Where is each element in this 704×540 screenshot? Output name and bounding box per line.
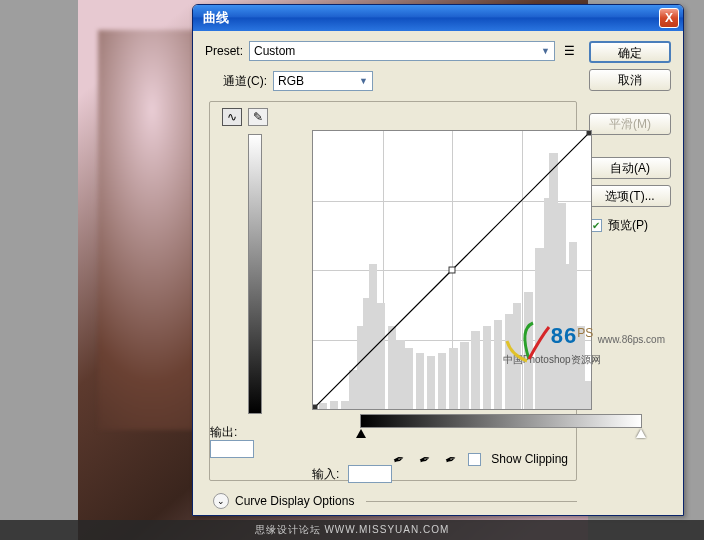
curve-display-options-label: Curve Display Options xyxy=(235,494,354,508)
pencil-icon: ✎ xyxy=(253,110,263,124)
chevron-down-icon: ▼ xyxy=(359,76,368,86)
show-clipping-checkbox[interactable] xyxy=(468,453,481,466)
close-icon: X xyxy=(665,11,673,25)
cancel-button[interactable]: 取消 xyxy=(589,69,671,91)
dialog-content: Preset: Custom ▼ ☰ 通道(C): RGB ▼ ∿ ✎ xyxy=(193,31,683,515)
white-point-eyedropper-icon[interactable]: ✒ xyxy=(440,447,463,470)
button-column: 确定 取消 平滑(M) 自动(A) 选项(T)... ✔ 预览(P) xyxy=(589,41,671,505)
curve-fieldset: ∿ ✎ xyxy=(209,101,577,481)
gray-point-eyedropper-icon[interactable]: ✒ xyxy=(414,447,437,470)
chevron-down-icon: ▼ xyxy=(541,46,550,56)
dialog-title: 曲线 xyxy=(203,9,659,27)
curve-line xyxy=(313,131,591,409)
curve-tool-row: ∿ ✎ xyxy=(222,108,268,126)
channel-value: RGB xyxy=(278,74,304,88)
dialog-titlebar[interactable]: 曲线 X xyxy=(193,5,683,31)
footer-credit: 思缘设计论坛 WWW.MISSYUAN.COM xyxy=(0,520,704,540)
expand-toggle[interactable]: ⌄ xyxy=(213,493,229,509)
point-curve-tool[interactable]: ∿ xyxy=(222,108,242,126)
output-label: 输出: xyxy=(210,424,237,441)
preview-row: ✔ 预览(P) xyxy=(589,217,671,234)
input-label: 输入: xyxy=(312,466,339,483)
curve-point-shadow[interactable] xyxy=(313,405,317,409)
preset-menu-icon[interactable]: ☰ xyxy=(561,44,577,58)
pencil-curve-tool[interactable]: ✎ xyxy=(248,108,268,126)
preset-value: Custom xyxy=(254,44,295,58)
channel-select[interactable]: RGB ▼ xyxy=(273,71,373,91)
input-field[interactable] xyxy=(348,465,392,483)
curve-point-mid[interactable] xyxy=(449,267,455,273)
curves-dialog: 曲线 X Preset: Custom ▼ ☰ 通道(C): RGB ▼ xyxy=(192,4,684,516)
channel-row: 通道(C): RGB ▼ xyxy=(205,71,577,91)
output-gradient xyxy=(248,134,262,414)
curve-display-options-row: ⌄ Curve Display Options xyxy=(213,493,577,509)
preview-label: 预览(P) xyxy=(608,217,648,234)
auto-button[interactable]: 自动(A) xyxy=(589,157,671,179)
highlight-slider[interactable] xyxy=(636,429,646,438)
show-clipping-label: Show Clipping xyxy=(491,452,568,466)
preset-select[interactable]: Custom ▼ xyxy=(249,41,555,61)
graph-area xyxy=(312,130,594,428)
input-gradient[interactable] xyxy=(360,414,642,428)
preset-row: Preset: Custom ▼ ☰ xyxy=(205,41,577,61)
main-column: Preset: Custom ▼ ☰ 通道(C): RGB ▼ ∿ ✎ xyxy=(205,41,577,505)
output-field[interactable] xyxy=(210,440,254,458)
smooth-button: 平滑(M) xyxy=(589,113,671,135)
options-button[interactable]: 选项(T)... xyxy=(589,185,671,207)
eyedropper-row: ✒ ✒ ✒ Show Clipping xyxy=(390,450,568,468)
ok-button[interactable]: 确定 xyxy=(589,41,671,63)
black-point-eyedropper-icon[interactable]: ✒ xyxy=(388,447,411,470)
curves-graph[interactable] xyxy=(312,130,592,410)
curve-point-highlight[interactable] xyxy=(587,131,591,135)
curve-icon: ∿ xyxy=(227,110,237,124)
divider xyxy=(366,501,577,502)
chevron-down-icon: ⌄ xyxy=(217,496,225,506)
close-button[interactable]: X xyxy=(659,8,679,28)
shadow-slider[interactable] xyxy=(356,429,366,438)
channel-label: 通道(C): xyxy=(223,73,267,90)
preset-label: Preset: xyxy=(205,44,243,58)
